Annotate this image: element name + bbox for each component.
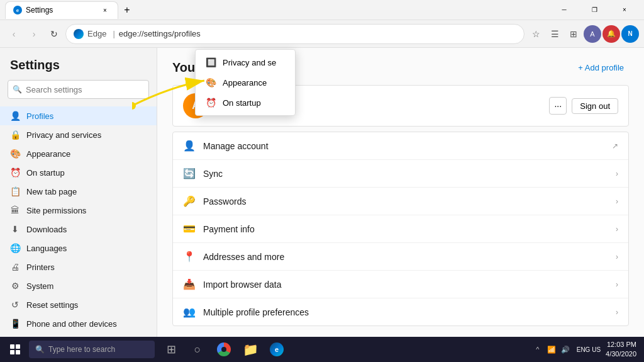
new-tab-button[interactable]: +	[118, 1, 136, 19]
tab-title: Settings	[26, 6, 53, 14]
windows-logo-icon	[10, 344, 20, 354]
refresh-button[interactable]: ↻	[45, 25, 63, 43]
sidebar-item-printers[interactable]: 🖨 Printers	[0, 257, 157, 276]
sidebar-item-system[interactable]: ⚙ System	[0, 276, 157, 295]
tooltip-item-privacy[interactable]: 🔲 Privacy and se	[196, 52, 295, 72]
tooltip-popup: 🔲 Privacy and se 🎨 Appearance ⏰ On start…	[195, 49, 296, 116]
phone-icon: 📱	[10, 319, 20, 329]
browser-name-label: Edge	[87, 29, 106, 38]
passwords-label: Passwords	[203, 196, 608, 206]
add-profile-button[interactable]: + Add profile	[573, 60, 629, 75]
sidebar-item-newtab[interactable]: 📋 New tab page	[0, 182, 157, 201]
cortana-icon[interactable]: ○	[185, 337, 210, 362]
reading-list-icon[interactable]: ☰	[546, 25, 564, 43]
sidebar-label-downloads: Downloads	[26, 225, 67, 234]
start-button[interactable]	[3, 337, 28, 362]
payment-info-label: Payment info	[203, 224, 608, 234]
file-explorer-icon[interactable]: 📁	[238, 337, 263, 362]
taskbar: 🔍 Type here to search ⊞ ○ 📁 e ^ 📶 🔊	[0, 337, 644, 362]
settings-tab[interactable]: e Settings ×	[5, 1, 118, 19]
startup-icon: ⏰	[10, 167, 20, 178]
addresses-item[interactable]: 📍 Addresses and more ›	[173, 243, 628, 271]
forward-button[interactable]: ›	[25, 25, 43, 43]
tooltip-item-startup[interactable]: ⏰ On startup	[196, 93, 295, 113]
sitepermissions-icon: 🏛	[10, 205, 20, 215]
restore-button[interactable]: ❐	[580, 0, 609, 20]
back-button[interactable]: ‹	[5, 25, 23, 43]
manage-account-icon: 👤	[183, 140, 196, 152]
sidebar: Settings 🔍 👤 Profiles 🔒 Privacy and serv…	[0, 48, 157, 337]
sidebar-label-sitepermissions: Site permissions	[26, 206, 86, 215]
language-indicator: ENG US	[577, 346, 601, 353]
close-button[interactable]: ×	[610, 0, 639, 20]
address-bar: ‹ › ↻ Edge | edge://settings/profiles ☆ …	[0, 20, 644, 48]
passwords-item[interactable]: 🔑 Passwords ›	[173, 188, 628, 215]
payment-info-item[interactable]: 💳 Payment info ›	[173, 215, 628, 243]
profile-icon[interactable]: 🔔	[602, 25, 620, 43]
more-options-button[interactable]: ···	[549, 97, 567, 115]
sidebar-item-languages[interactable]: 🌐 Languages	[0, 239, 157, 257]
tooltip-privacy-icon: 🔲	[206, 57, 216, 67]
profiles-icon: 👤	[10, 111, 20, 121]
chrome-taskbar-icon[interactable]	[211, 337, 236, 362]
favorites-icon[interactable]: ☆	[527, 25, 545, 43]
sidebar-item-startup[interactable]: ⏰ On startup	[0, 163, 157, 182]
sidebar-item-profiles[interactable]: 👤 Profiles	[0, 106, 157, 125]
sidebar-item-downloads[interactable]: ⬇ Downloads	[0, 220, 157, 239]
search-settings-input[interactable]	[8, 80, 149, 99]
notifications-area[interactable]: 🔔	[602, 25, 620, 43]
import-arrow-icon: ›	[616, 280, 618, 289]
tooltip-item-appearance[interactable]: 🎨 Appearance	[196, 72, 295, 93]
tooltip-startup-label: On startup	[223, 98, 261, 108]
tab-favicon: e	[13, 6, 22, 14]
title-bar: e Settings × + ─ ❐ ×	[0, 0, 644, 20]
addresses-arrow-icon: ›	[616, 252, 618, 261]
address-input[interactable]: Edge | edge://settings/profiles	[65, 24, 525, 44]
sign-out-button[interactable]: Sign out	[572, 98, 618, 114]
edge-favicon	[74, 29, 84, 39]
sidebar-item-appearance[interactable]: 🎨 Appearance	[0, 144, 157, 163]
taskbar-search[interactable]: 🔍 Type here to search	[29, 341, 155, 358]
sync-arrow-icon: ›	[616, 169, 618, 178]
manage-account-label: Manage account	[203, 141, 604, 151]
sync-icon: 🔄	[183, 167, 196, 179]
tab-close-button[interactable]: ×	[100, 5, 110, 15]
multiple-profiles-item[interactable]: 👥 Multiple profile preferences ›	[173, 298, 628, 325]
search-settings-container: 🔍	[8, 80, 149, 99]
multiple-profiles-label: Multiple profile preferences	[203, 307, 608, 317]
sync-item[interactable]: 🔄 Sync ›	[173, 160, 628, 188]
import-icon: 📥	[183, 278, 196, 290]
sidebar-item-sitepermissions[interactable]: 🏛 Site permissions	[0, 201, 157, 220]
import-browser-item[interactable]: 📥 Import browser data ›	[173, 271, 628, 298]
sidebar-item-privacy[interactable]: 🔒 Privacy and services	[0, 125, 157, 144]
tooltip-privacy-label: Privacy and se	[223, 58, 276, 67]
sidebar-label-languages: Languages	[26, 244, 67, 253]
sidebar-item-phone[interactable]: 📱 Phone and other devices	[0, 314, 157, 333]
passwords-icon: 🔑	[183, 195, 196, 207]
newtab-icon: 📋	[10, 186, 20, 196]
sidebar-item-reset[interactable]: ↺ Reset settings	[0, 295, 157, 314]
addresses-label: Addresses and more	[203, 252, 608, 262]
manage-account-item[interactable]: 👤 Manage account ↗	[173, 132, 628, 160]
downloads-icon: ⬇	[10, 224, 20, 234]
minimize-button[interactable]: ─	[550, 0, 579, 20]
tray-arrow-icon[interactable]: ^	[531, 343, 544, 356]
sidebar-label-system: System	[26, 281, 53, 291]
task-view-icon[interactable]: ⊞	[158, 337, 184, 362]
profile-avatar-toolbar[interactable]: A	[584, 25, 601, 43]
sidebar-label-privacy: Privacy and services	[26, 130, 101, 140]
new-feature-button[interactable]: N	[621, 25, 639, 43]
edge-taskbar-icon[interactable]: e	[264, 337, 289, 362]
sidebar-label-phone: Phone and other devices	[26, 319, 117, 329]
tab-area: e Settings × +	[5, 1, 550, 19]
languages-icon: 🌐	[10, 243, 20, 253]
clock-date: 4/30/2020	[606, 349, 636, 359]
payment-info-icon: 💳	[183, 223, 196, 235]
sidebar-label-reset: Reset settings	[26, 300, 78, 310]
collections-icon[interactable]: ⊞	[565, 25, 582, 43]
taskbar-right: ^ 📶 🔊 ENG US 12:03 PM 4/30/2020	[531, 340, 641, 359]
network-icon[interactable]: 📶	[545, 343, 558, 356]
volume-icon[interactable]: 🔊	[559, 343, 572, 356]
import-label: Import browser data	[203, 280, 608, 290]
sync-label: Sync	[203, 169, 608, 179]
